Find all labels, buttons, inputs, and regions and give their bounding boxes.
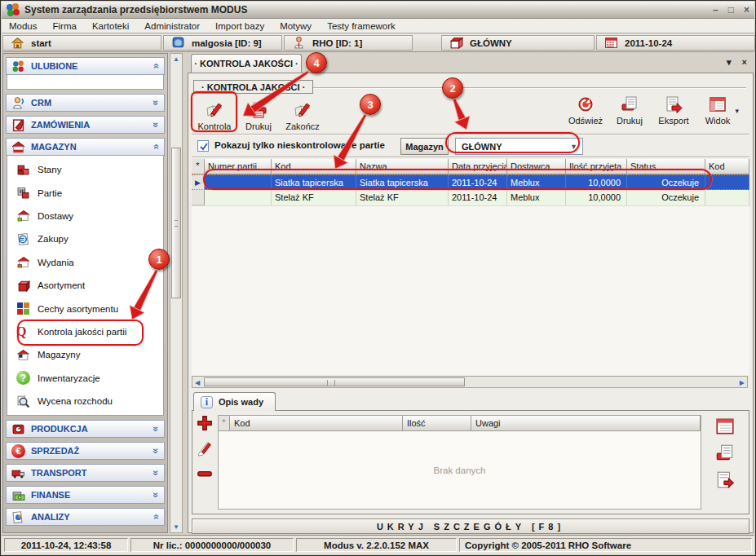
col-nazwa[interactable]: Nazwa xyxy=(356,159,449,174)
sidebar-section-produkcja[interactable]: PRODUKCJA » xyxy=(6,420,165,438)
quickbar-date[interactable]: 2011-10-24 xyxy=(596,35,755,51)
hscroll-thumb[interactable] xyxy=(204,377,465,386)
quickbar-warehouse[interactable]: GŁÓWNY xyxy=(441,35,595,51)
tab-kontrola-jakosci[interactable]: · KONTROLA JAKOŚCI · xyxy=(191,54,302,73)
col-kod[interactable]: Kod xyxy=(272,159,356,174)
col-data-przyjecia[interactable]: Data przyjęcia xyxy=(449,159,507,174)
sidebar-item-stany[interactable]: Stany xyxy=(7,158,163,181)
odswiez-button[interactable]: Odśwież xyxy=(565,95,606,126)
quickbar-company[interactable]: RHO [ID: 1] xyxy=(284,35,413,51)
col-defect-uwagi[interactable]: Uwagi xyxy=(471,416,701,431)
sidebar-section-finanse[interactable]: FINANSE » xyxy=(6,486,165,504)
sidebar-section-sprzedaz[interactable]: € SPRZEDAŻ » xyxy=(6,442,165,460)
inwentaryzacje-icon: ? xyxy=(16,371,30,385)
sidebar-section-zamowienia[interactable]: ZAMÓWIENIA » xyxy=(6,116,165,134)
detail-print-button[interactable] xyxy=(714,443,736,464)
sidebar-item-inwentaryzacje[interactable]: ? Inwentaryzacje xyxy=(7,367,163,390)
chevron-up-icon[interactable]: » xyxy=(151,64,162,69)
menu-administrator[interactable]: Administrator xyxy=(144,21,200,31)
menu-firma[interactable]: Firma xyxy=(53,21,77,31)
widok-dropdown-icon[interactable]: ▾ xyxy=(735,107,739,115)
col-ilosc-przyjeta[interactable]: Ilość przyjęta xyxy=(566,159,627,174)
menu-kartoteki[interactable]: Kartoteki xyxy=(92,21,129,31)
cechy-icon xyxy=(16,302,30,316)
sidebar-item-wydania[interactable]: Wydania xyxy=(7,251,163,274)
menu-testy-framework[interactable]: Testy framework xyxy=(327,21,396,31)
filter-separator xyxy=(192,157,749,158)
table-row[interactable]: Stelaż KF Stelaż KF 2011-10-24 Meblux 10… xyxy=(192,190,749,205)
menu-import-bazy[interactable]: Import bazy xyxy=(215,21,264,31)
item-label: Asortyment xyxy=(38,280,85,290)
item-label: Magazyny xyxy=(38,350,80,360)
sidebar-section-transport[interactable]: TRANSPORT » xyxy=(6,464,165,482)
magazyn-combobox[interactable]: GŁÓWNY ▼ xyxy=(455,138,583,155)
col-kod-2[interactable]: Kod xyxy=(705,159,749,174)
close-button[interactable]: × xyxy=(744,4,749,15)
asortyment-icon xyxy=(16,279,30,293)
sidebar-section-ulubione[interactable]: ULUBIONE » xyxy=(6,57,165,75)
col-numer-partii[interactable]: Numer partii xyxy=(205,159,272,174)
menu-motywy[interactable]: Motywy xyxy=(280,21,312,31)
sidebar-item-asortyment[interactable]: Asortyment xyxy=(7,274,163,297)
chevron-down-icon[interactable]: » xyxy=(151,492,162,498)
edit-button[interactable] xyxy=(196,439,214,457)
scroll-down-icon[interactable]: ▼ xyxy=(170,523,182,531)
chevron-down-icon[interactable]: » xyxy=(151,470,162,476)
menu-modus[interactable]: Modus xyxy=(9,21,38,31)
drukuj2-button[interactable]: Drukuj xyxy=(609,95,650,126)
chevron-down-icon[interactable]: » xyxy=(151,122,162,128)
tab-close-icon[interactable]: × xyxy=(742,57,747,68)
col-status[interactable]: Status xyxy=(627,159,705,174)
col-defect-kod[interactable]: Kod xyxy=(230,416,403,431)
chevron-up-icon[interactable]: » xyxy=(151,514,162,520)
chevron-down-icon[interactable]: » xyxy=(151,448,162,454)
quickbar-user[interactable]: malgosia [ID: 9] xyxy=(163,35,282,51)
tab-opis-wady[interactable]: i Opis wady xyxy=(193,392,276,411)
show-uncontrolled-checkbox[interactable] xyxy=(197,140,209,152)
add-button[interactable] xyxy=(196,414,214,432)
opis-wady-label: Opis wady xyxy=(219,397,263,407)
sidebar-section-crm[interactable]: CRM » xyxy=(6,94,165,112)
col-defect-ilosc[interactable]: Ilość xyxy=(403,416,471,431)
chevron-down-icon[interactable]: » xyxy=(151,100,162,106)
kontrola-jakosci-panel: · KONTROLA JAKOŚCI · Kontrola Drukuj Zak… xyxy=(188,73,754,533)
sidebar-section-magazyn[interactable]: MAGAZYN » xyxy=(6,138,165,156)
sidebar-scroll-thumb[interactable] xyxy=(171,148,181,298)
sidebar-item-dostawy[interactable]: Dostawy xyxy=(7,205,163,227)
view-icon xyxy=(708,95,727,114)
sidebar-item-cechy-asortymentu[interactable]: Cechy asortymentu xyxy=(7,297,163,320)
zakoncz-button[interactable]: Zakończ xyxy=(281,95,324,132)
status-copyright: Copyright © 2005-2011 RHO Software xyxy=(459,538,752,552)
sidebar-scrollbar[interactable]: ▲ ▼ xyxy=(170,53,183,533)
delete-button[interactable] xyxy=(196,465,214,483)
sidebar-item-kontrola-jakosci-partii[interactable]: Q Kontrola jakości partii xyxy=(7,320,163,343)
scroll-right-icon[interactable]: ▶ xyxy=(740,379,745,386)
col-dostawca[interactable]: Dostawca xyxy=(507,159,566,174)
sidebar-section-analizy[interactable]: ANALIZY » xyxy=(6,508,165,526)
group-label: · KONTROLA JAKOŚCI · xyxy=(193,80,313,94)
scroll-up-icon[interactable]: ▲ xyxy=(170,55,182,63)
hide-details-button[interactable]: UKRYJ SZCZEGÓŁY [F8] xyxy=(192,518,749,534)
quickbar-start[interactable]: start xyxy=(2,35,161,51)
item-label: Partie xyxy=(38,188,62,198)
scroll-left-icon[interactable]: ◀ xyxy=(195,379,200,386)
magazyny-icon xyxy=(16,348,30,362)
table-row[interactable]: ▶ Siatka tapicerska Siatka tapicerska 20… xyxy=(192,174,749,190)
maximize-button[interactable]: □ xyxy=(728,4,734,15)
eksport-button[interactable]: Eksport xyxy=(653,95,694,126)
sidebar-item-wycena-rozchodu[interactable]: Wycena rozchodu xyxy=(7,390,163,413)
grid-hscrollbar[interactable]: ◀ ▶ xyxy=(192,376,748,388)
detail-export-button[interactable] xyxy=(714,470,736,491)
produkcja-icon xyxy=(11,422,25,436)
tab-dropdown-icon[interactable]: ▾ xyxy=(727,57,732,68)
detail-view-button[interactable] xyxy=(714,416,736,437)
drukuj-button[interactable]: Drukuj xyxy=(237,95,280,132)
chevron-down-icon[interactable]: » xyxy=(151,426,162,432)
kontrola-button[interactable]: Kontrola xyxy=(193,95,236,132)
widok-button[interactable]: Widok ▾ xyxy=(697,95,738,126)
chevron-up-icon[interactable]: » xyxy=(151,144,162,150)
sidebar-item-magazyny[interactable]: Magazyny xyxy=(7,343,163,366)
sidebar-item-partie[interactable]: Partie xyxy=(7,181,163,204)
sidebar-item-zakupy[interactable]: Zakupy xyxy=(7,227,163,250)
minimize-button[interactable]: – xyxy=(713,4,718,15)
